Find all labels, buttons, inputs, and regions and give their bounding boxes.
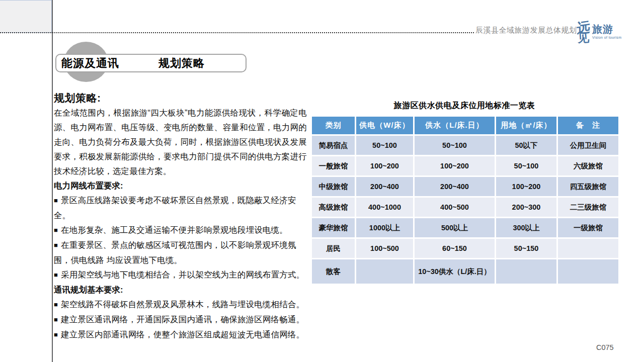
table-cell: 50~100 bbox=[414, 135, 496, 156]
bullet-text: 在重要景区、景点的敏感区域可视范围内，以不影响景观环境氛围，供电线路 均应设置地… bbox=[54, 240, 296, 264]
bullet-text: 建立景区内部通讯网络，使整个旅游区组成超短波无电通信网络。 bbox=[61, 330, 304, 339]
logo-calligraphy-icon: 远 见 bbox=[577, 22, 590, 43]
bullet-item: ■建立景区通讯网络，开通国际及国内通讯，确保旅游区网络畅通。 bbox=[54, 312, 307, 327]
bullet-square-icon: ■ bbox=[54, 316, 58, 323]
table-cell: 豪华旅馆 bbox=[311, 218, 356, 238]
bullet-text: 建立景区通讯网络，开通国际及国内通讯，确保旅游区网络畅通。 bbox=[61, 315, 304, 324]
bullet-item: ■架空线路不得破坏自然景观及风景林木，线路与埋设电缆相结合。 bbox=[54, 297, 307, 312]
table-cell bbox=[496, 259, 557, 285]
table-row: 散客 10~30供水（L/床.日） bbox=[311, 259, 619, 285]
communication-section: 通讯规划基本要求: ■架空线路不得破坏自然景观及风景林木，线路与埋设电缆相结合。… bbox=[54, 283, 307, 342]
table-header-cell: 备 注 bbox=[557, 116, 619, 135]
bullet-square-icon: ■ bbox=[54, 271, 58, 279]
table-row: 简易宿点 50~100 50~100 50以下 公用卫生间 bbox=[311, 135, 619, 156]
bullet-text: 采用架空线与地下电缆相结合，并以架空线为主的网线布置方式。 bbox=[61, 270, 304, 279]
bullet-text: 景区高压线路架设要考虑不破坏景区自然景观，既隐蔽又经济安全。 bbox=[54, 196, 296, 220]
table-cell: 公用卫生间 bbox=[557, 135, 619, 156]
table-cell: 100~200 bbox=[356, 156, 414, 176]
subsection-heading: 电力网线布置要求: bbox=[54, 178, 307, 193]
planning-strategy-panel: 规划策略: 在全域范围内，根据旅游“四大板块”电力能源供给现状，科学确定电源、电… bbox=[54, 90, 307, 342]
table-cell: 100~200 bbox=[414, 156, 496, 176]
subsection-heading: 通讯规划基本要求: bbox=[54, 283, 307, 297]
table-cell: 50~100 bbox=[496, 156, 557, 176]
table-cell: 简易宿点 bbox=[311, 135, 356, 156]
table-row: 中级旅馆 200~400 200~400 100~200 四五级旅馆 bbox=[311, 176, 619, 197]
logo-name: 旅游 bbox=[592, 24, 621, 34]
table-cell bbox=[356, 259, 414, 285]
slide: 辰溪县全域旅游发展总体规划 远 见 旅游 Vision of tourism 能… bbox=[0, 0, 644, 362]
power-grid-section: 电力网线布置要求: ■景区高压线路架设要考虑不破坏景区自然景观，既隐蔽又经济安全… bbox=[54, 178, 307, 283]
table-cell: 500以上 bbox=[414, 218, 496, 238]
bullet-item: ■采用架空线与地下电缆相结合，并以架空线为主的网线布置方式。 bbox=[54, 267, 307, 283]
table-cell: 200~400 bbox=[414, 176, 496, 197]
table-row: 居民 100~500 60~150 50~150 bbox=[311, 238, 619, 259]
bullet-square-icon: ■ bbox=[54, 331, 58, 338]
table-cell: 100~500 bbox=[356, 238, 414, 259]
bullet-item: ■建立景区内部通讯网络，使整个旅游区组成超短波无电通信网络。 bbox=[54, 327, 307, 342]
table-cell: 二三级旅馆 bbox=[557, 197, 619, 218]
table-cell: 300以上 bbox=[496, 218, 557, 238]
logo-mark-bottom: 见 bbox=[577, 33, 589, 44]
bullet-item: ■在地形复杂、施工及交通运输不便并影响景观地段埋设电缆。 bbox=[54, 223, 307, 238]
bullet-item: ■景区高压线路架设要考虑不破坏景区自然景观，既隐蔽又经济安全。 bbox=[54, 193, 307, 223]
table-title: 旅游区供水供电及床位用地标准一览表 bbox=[310, 101, 618, 111]
bullet-item: ■在重要景区、景点的敏感区域可视范围内，以不影响景观环境氛围，供电线路 均应设置… bbox=[54, 238, 307, 267]
table-header-cell: 供电（W/床） bbox=[356, 116, 414, 135]
bullet-square-icon: ■ bbox=[54, 301, 58, 308]
logo-text: 旅游 Vision of tourism bbox=[592, 24, 621, 43]
slide-title-subsection: 规划策略 bbox=[158, 56, 205, 71]
table-cell: 居民 bbox=[311, 238, 356, 259]
table-header-cell: 供水（L/床.日） bbox=[414, 116, 496, 135]
slide-title-box: 能源及通讯 规划策略 bbox=[55, 54, 247, 72]
table-cell: 100~200 bbox=[496, 176, 557, 197]
table-cell: 10~30供水（L/床.日） bbox=[414, 259, 496, 285]
standards-table-section: 旅游区供水供电及床位用地标准一览表 类别 供电（W/床） 供水（L/床.日） 用… bbox=[310, 101, 618, 285]
header-dotted-rule bbox=[0, 32, 474, 33]
table-cell: 一级旅馆 bbox=[557, 218, 619, 238]
table-cell: 200~400 bbox=[356, 176, 414, 197]
table-cell: 50~150 bbox=[496, 238, 557, 259]
table-cell: 四五级旅馆 bbox=[557, 176, 619, 197]
logo-tagline: Vision of tourism bbox=[592, 36, 621, 39]
standards-table: 类别 供电（W/床） 供水（L/床.日） 用地（㎡/床） 备 注 简易宿点 50… bbox=[310, 115, 620, 285]
bullet-text: 架空线路不得破坏自然景观及风景林木，线路与埋设电缆相结合。 bbox=[61, 300, 304, 309]
slide-title-section: 能源及通讯 bbox=[61, 56, 119, 71]
table-cell: 50以下 bbox=[496, 135, 557, 156]
table-cell: 一般旅馆 bbox=[311, 156, 356, 176]
table-cell: 400~1000 bbox=[356, 197, 414, 218]
bullet-square-icon: ■ bbox=[54, 241, 58, 249]
table-row: 一般旅馆 100~200 100~200 50~100 六级旅馆 bbox=[311, 156, 619, 176]
table-header-cell: 类别 bbox=[311, 116, 356, 135]
table-cell: 散客 bbox=[311, 259, 356, 285]
table-header-cell: 用地（㎡/床） bbox=[496, 116, 557, 135]
table-cell bbox=[557, 238, 619, 259]
table-cell: 60~150 bbox=[414, 238, 496, 259]
table-header-row: 类别 供电（W/床） 供水（L/床.日） 用地（㎡/床） 备 注 bbox=[311, 116, 619, 135]
table-row: 豪华旅馆 1000以上 500以上 300以上 一级旅馆 bbox=[311, 218, 619, 238]
table-cell: 高级旅馆 bbox=[311, 197, 356, 218]
panel-intro-paragraph: 在全域范围内，根据旅游“四大板块”电力能源供给现状，科学确定电源、电力网布置、电… bbox=[54, 106, 307, 178]
bullet-square-icon: ■ bbox=[54, 226, 58, 234]
table-cell: 50~100 bbox=[356, 135, 414, 156]
project-title: 辰溪县全域旅游发展总体规划 bbox=[475, 26, 576, 35]
left-vertical-rule bbox=[52, 0, 53, 362]
corner-placeholder-box bbox=[0, 0, 52, 33]
table-cell bbox=[557, 259, 619, 285]
table-cell: 1000以上 bbox=[356, 218, 414, 238]
table-cell: 六级旅馆 bbox=[557, 156, 619, 176]
table-row: 高级旅馆 400~1000 400~500 200~300 二三级旅馆 bbox=[311, 197, 619, 218]
page-number: C075 bbox=[596, 343, 614, 351]
vision-of-tourism-logo: 远 见 旅游 Vision of tourism bbox=[577, 4, 637, 43]
table-cell: 中级旅馆 bbox=[311, 176, 356, 197]
bullet-square-icon: ■ bbox=[54, 197, 58, 204]
bullet-text: 在地形复杂、施工及交通运输不便并影响景观地段埋设电缆。 bbox=[61, 225, 288, 234]
table-cell: 200~300 bbox=[496, 197, 557, 218]
panel-heading: 规划策略: bbox=[54, 90, 307, 106]
table-cell: 400~500 bbox=[414, 197, 496, 218]
